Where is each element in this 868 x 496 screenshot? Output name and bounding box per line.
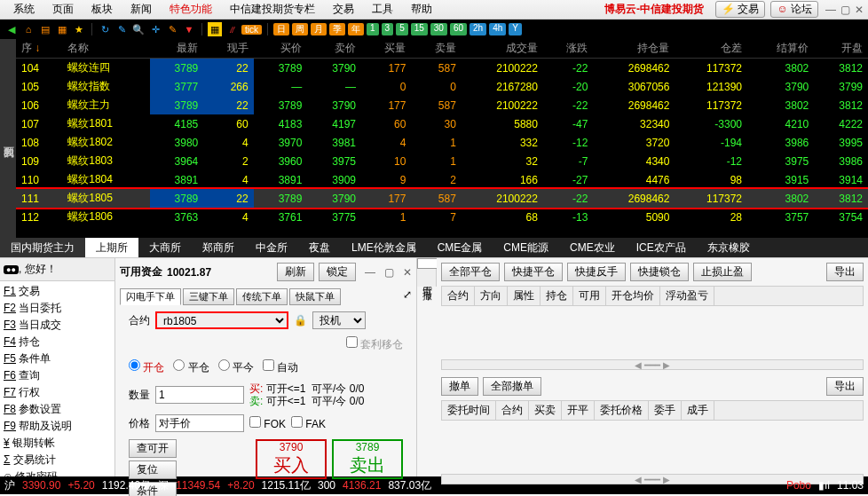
menu-trade[interactable]: 交易: [324, 2, 363, 17]
vtab-all[interactable]: 全部: [417, 269, 437, 278]
expand-icon[interactable]: ⤢: [403, 288, 412, 305]
tick-pill[interactable]: tick: [241, 25, 262, 35]
pos-btn-0[interactable]: 全部平仓: [441, 263, 500, 281]
home-icon[interactable]: ⌂: [21, 22, 36, 36]
back-icon[interactable]: ◀: [4, 22, 19, 36]
search-icon[interactable]: 🔍: [131, 22, 146, 36]
col-6[interactable]: 买量: [361, 39, 411, 59]
period-季[interactable]: 季: [329, 23, 345, 35]
period-年[interactable]: 年: [348, 23, 364, 35]
menu-tools[interactable]: 工具: [363, 2, 402, 17]
star-icon[interactable]: ★: [72, 22, 86, 36]
ord-btn-2[interactable]: 导出: [826, 377, 864, 396]
col-5[interactable]: 卖价: [307, 39, 361, 59]
period-周[interactable]: 周: [292, 23, 308, 35]
fok-checkbox[interactable]: FOK: [249, 416, 286, 430]
forum-button[interactable]: ☺ 论坛: [770, 1, 818, 18]
chart-icon[interactable]: ✎: [114, 22, 129, 36]
table-row[interactable]: 107螺纹18014185604183419760305880-4732340-…: [16, 114, 868, 133]
order-tab-mouse[interactable]: 快鼠下单: [289, 288, 341, 305]
fn-F8[interactable]: F8 参数设置: [0, 401, 114, 418]
sidetab-mypage[interactable]: 我的页面: [1, 43, 16, 233]
maximize-icon[interactable]: ▢: [840, 4, 850, 16]
table-row[interactable]: 108螺纹1802398043970398141332-123720-19439…: [16, 133, 868, 152]
draw-icon[interactable]: ✎: [165, 22, 179, 36]
col-8[interactable]: 成交量: [462, 39, 543, 59]
radio-close[interactable]: 平仓: [173, 359, 209, 375]
period-2h[interactable]: 2h: [470, 23, 486, 35]
qty-input[interactable]: [155, 386, 244, 404]
period-月[interactable]: 月: [311, 23, 327, 35]
col-0[interactable]: 序 ↓: [16, 39, 62, 59]
exchange-tab-9[interactable]: CME农业: [559, 238, 626, 257]
sell-button[interactable]: 3789卖出: [332, 439, 403, 479]
menu-sys[interactable]: 系统: [4, 2, 43, 17]
menu-feature[interactable]: 特色功能: [161, 2, 221, 17]
table-row[interactable]: 105螺纹指数3777266——002167280-20306705612139…: [16, 77, 868, 96]
panel-close-icon[interactable]: ✕: [403, 266, 412, 279]
menu-page[interactable]: 页面: [43, 2, 83, 17]
exchange-tab-4[interactable]: 中金所: [245, 238, 298, 257]
fn-F3[interactable]: F3 当日成交: [0, 317, 114, 334]
period-3[interactable]: 3: [382, 23, 394, 35]
menu-news[interactable]: 新闻: [122, 2, 161, 17]
fak-checkbox[interactable]: FAK: [291, 416, 326, 430]
hscroll[interactable]: ◀ ━━━ ▶: [441, 359, 864, 370]
price-input[interactable]: [155, 414, 244, 432]
col-2[interactable]: 最新: [150, 39, 204, 59]
exchange-tab-5[interactable]: 夜盘: [298, 238, 341, 257]
menu-citic[interactable]: 中信建投期货专栏: [221, 2, 324, 17]
period-日[interactable]: 日: [273, 23, 289, 35]
pos-btn-4[interactable]: 止损止盈: [693, 263, 752, 281]
table-row[interactable]: 111螺纹1805378922378937901775872100222-222…: [16, 189, 868, 208]
auto-checkbox[interactable]: 自动: [263, 359, 298, 375]
pos-btn-5[interactable]: 导出: [826, 263, 864, 281]
col-3[interactable]: 现手: [203, 39, 253, 59]
exchange-tab-1[interactable]: 上期所: [85, 238, 138, 257]
minimize-icon[interactable]: —: [825, 4, 836, 16]
refresh-icon[interactable]: ↻: [98, 22, 112, 36]
table-row[interactable]: 104螺纹连四378922378937901775872100222-22269…: [16, 59, 868, 78]
period-5[interactable]: 5: [396, 23, 408, 35]
refresh-button[interactable]: 刷新: [277, 263, 314, 281]
reset-button[interactable]: 复位: [129, 461, 177, 479]
fn-F2[interactable]: F2 当日委托: [0, 300, 114, 317]
exchange-tab-3[interactable]: 郑商所: [192, 238, 245, 257]
exchange-tab-6[interactable]: LME伦敦金属: [341, 238, 427, 257]
table-row[interactable]: 109螺纹1803396423960397510132-74340-123975…: [16, 152, 868, 170]
exchange-tab-8[interactable]: CME能源: [493, 238, 559, 257]
period-15[interactable]: 15: [411, 23, 428, 35]
panel-max-icon[interactable]: ▢: [384, 266, 394, 279]
exchange-tab-7[interactable]: CME金属: [427, 238, 493, 257]
pos-btn-1[interactable]: 快捷平仓: [504, 263, 563, 281]
fn-F7[interactable]: F7 行权: [0, 384, 114, 401]
exchange-tab-0[interactable]: 国内期货主力: [0, 238, 85, 257]
kline-icon[interactable]: ⫽: [225, 22, 239, 36]
panel-min-icon[interactable]: —: [365, 266, 375, 279]
lock-icon[interactable]: 🔒: [294, 314, 307, 327]
period-1[interactable]: 1: [367, 23, 379, 35]
list-icon[interactable]: ▤: [38, 22, 52, 36]
fn-¥[interactable]: ¥ 银期转帐: [0, 435, 114, 452]
cursor-icon[interactable]: ✛: [148, 22, 162, 36]
col-9[interactable]: 涨跌: [543, 39, 593, 59]
pos-btn-2[interactable]: 快捷反手: [567, 263, 626, 281]
col-12[interactable]: 结算价: [747, 39, 814, 59]
period-60[interactable]: 60: [450, 23, 467, 35]
fn-Σ[interactable]: Σ 交易统计: [0, 452, 114, 468]
order-tab-trad[interactable]: 传统下单: [236, 288, 288, 305]
col-11[interactable]: 仓差: [675, 39, 747, 59]
fn-F4[interactable]: F4 持仓: [0, 334, 114, 350]
table-row[interactable]: 106螺纹主力378922378937901775872100222-22269…: [16, 96, 868, 114]
fn-F6[interactable]: F6 查询: [0, 367, 114, 384]
exchange-tab-2[interactable]: 大商所: [138, 238, 192, 257]
order-tab-flash[interactable]: 闪电手下单: [120, 288, 181, 305]
fn-F5[interactable]: F5 条件单: [0, 350, 114, 367]
ord-btn-1[interactable]: 全部撤单: [483, 377, 541, 396]
col-4[interactable]: 买价: [254, 39, 308, 59]
buy-button[interactable]: 3790买入: [256, 439, 327, 479]
exchange-tab-11[interactable]: 东京橡胶: [697, 238, 761, 257]
ord-btn-0[interactable]: 撤单: [441, 377, 478, 396]
lock-button[interactable]: 锁定: [319, 263, 356, 281]
check-open-button[interactable]: 查可开: [129, 439, 177, 458]
